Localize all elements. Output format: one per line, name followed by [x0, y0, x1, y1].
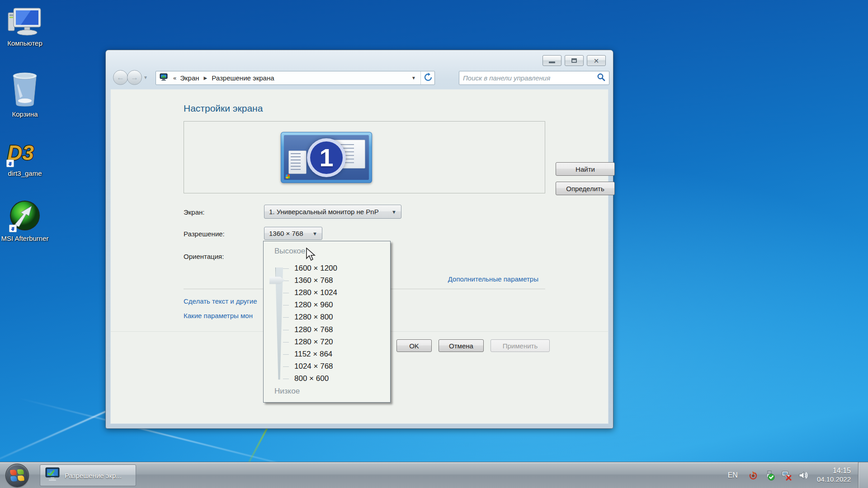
close-icon: ✕ [594, 57, 599, 64]
address-dropdown-icon[interactable]: ▼ [411, 75, 416, 80]
forward-arrow-icon: → [131, 73, 138, 82]
desktop-icon-label: dirt3_game [8, 169, 42, 178]
refresh-icon[interactable] [424, 73, 433, 84]
resolution-option[interactable]: 1280 × 720 [264, 336, 390, 348]
desktop-icon-label: Корзина [12, 110, 38, 118]
monitor-preview[interactable]: 1 [281, 132, 372, 183]
resolution-option[interactable]: 1024 × 768 [264, 361, 390, 373]
resolution-option-label: 1024 × 768 [294, 362, 333, 371]
mouse-cursor [306, 248, 317, 263]
resolution-select[interactable]: 1360 × 768 ▼ [264, 227, 322, 240]
desktop-icon-label: Компьютер [7, 39, 42, 47]
desktop-icon-computer[interactable]: Компьютер [0, 5, 50, 47]
breadcrumb-item-screen[interactable]: Экран [179, 74, 200, 82]
tick-mark [283, 379, 289, 379]
desktop-icon-msi-afterburner[interactable]: MSI Afterburner [0, 199, 50, 243]
breadcrumb: « Экран ▶ Разрешение экрана ▼ [156, 71, 435, 85]
mini-start-icon [286, 174, 290, 178]
tick-mark [283, 330, 289, 330]
tick-mark [283, 317, 289, 318]
minimize-icon [549, 61, 555, 63]
back-arrow-icon: ← [117, 73, 124, 82]
search-icon[interactable] [597, 73, 605, 83]
resolution-option[interactable]: 1280 × 960 [264, 299, 390, 311]
display-icon [160, 73, 168, 83]
tray-icons [748, 470, 809, 481]
resolution-option-label: 1152 × 864 [294, 350, 332, 359]
navigation-bar: ← → ▼ « Экран ▶ Разрешение экрана ▼ [106, 67, 613, 89]
resolution-option-label: 1280 × 1024 [294, 288, 337, 297]
chevron-down-icon: ▼ [308, 231, 317, 236]
msi-afterburner-icon [8, 199, 42, 232]
network-disconnected-icon[interactable] [781, 470, 792, 481]
window-controls: ✕ [542, 55, 606, 66]
resolution-high-label: Высокое [274, 247, 305, 256]
identify-button[interactable]: Определить [556, 182, 615, 195]
apply-button[interactable]: Применить [491, 339, 550, 352]
resolution-label: Разрешение: [184, 230, 225, 238]
taskbar-app-label: Разрешение экр... [65, 472, 122, 479]
tick-mark [283, 342, 289, 343]
tick-mark [283, 354, 289, 355]
resolution-select-value: 1360 × 768 [269, 230, 303, 237]
display-select-value: 1. Универсальный монитор не PnP [269, 208, 379, 216]
resolution-low-label: Низкое [274, 387, 300, 396]
maximize-button[interactable] [565, 55, 584, 66]
resolution-option[interactable]: 1600 × 1200 [264, 262, 390, 274]
breadcrumb-overflow-chevrons[interactable]: « [173, 75, 176, 81]
what-display-settings-link[interactable]: Какие параметры мон [184, 312, 253, 319]
cancel-button[interactable]: Отмена [439, 339, 484, 352]
recycle-bin-icon [10, 70, 40, 108]
language-indicator[interactable]: EN [728, 471, 738, 479]
back-button[interactable]: ← [113, 70, 128, 85]
nav-buttons: ← → ▼ [113, 70, 148, 85]
recent-pages-chevron-icon[interactable]: ▼ [143, 75, 148, 80]
divider [420, 71, 421, 84]
resolution-option-label: 1280 × 960 [294, 300, 333, 310]
resolution-option[interactable]: 1280 × 1024 [264, 286, 390, 299]
close-button[interactable]: ✕ [587, 55, 606, 66]
monitor-number-badge: 1 [307, 138, 346, 177]
start-button[interactable] [5, 464, 29, 487]
search-field [459, 71, 609, 85]
display-label: Экран: [184, 208, 204, 216]
orientation-label: Ориентация: [184, 253, 224, 260]
breadcrumb-item-resolution[interactable]: Разрешение экрана [211, 74, 275, 82]
show-desktop-button[interactable] [858, 462, 868, 488]
clock[interactable]: 14:15 04.10.2022 [817, 466, 851, 484]
computer-icon [7, 5, 42, 37]
ok-button[interactable]: OK [396, 339, 432, 352]
search-input[interactable] [463, 74, 597, 82]
afterburner-tray-icon[interactable] [748, 470, 759, 481]
resolution-option[interactable]: 1280 × 768 [264, 324, 390, 336]
resolution-option[interactable]: 800 × 600 [264, 373, 390, 385]
desktop-icon-dirt3-game[interactable]: D3 dirt3_game [0, 139, 50, 178]
chevron-down-icon: ▼ [387, 209, 396, 215]
advanced-settings-link[interactable]: Дополнительные параметры [448, 275, 538, 283]
volume-icon[interactable] [798, 470, 809, 481]
dirt3-game-icon: D3 [5, 139, 44, 167]
resolution-option-label: 1600 × 1200 [294, 264, 337, 273]
display-select[interactable]: 1. Универсальный монитор не PnP ▼ [264, 205, 401, 219]
taskbar-app-screen-resolution[interactable]: Разрешение экр... [40, 465, 136, 486]
taskbar: Разрешение экр... EN [0, 462, 868, 488]
make-text-larger-link[interactable]: Сделать текст и другие [184, 297, 257, 305]
find-button[interactable]: Найти [556, 162, 615, 176]
time-label: 14:15 [817, 466, 851, 475]
tick-mark [283, 293, 289, 293]
minimize-button[interactable] [542, 55, 561, 66]
usb-safely-remove-icon[interactable] [764, 470, 775, 481]
monitor-screen-graphic: 1 [284, 135, 369, 180]
tick-mark [283, 305, 289, 305]
resolution-option[interactable]: 1280 × 800 [264, 311, 390, 324]
resolution-option-label: 800 × 600 [294, 374, 329, 383]
resolution-option-label: 1280 × 720 [294, 338, 333, 347]
resolution-option-label: 1360 × 768 [294, 276, 333, 285]
monitor-preview-panel: 1 Найти Определить [184, 121, 545, 193]
forward-button[interactable]: → [127, 70, 142, 85]
desktop-icon-label: MSI Afterburner [0, 234, 50, 243]
resolution-option[interactable]: 1152 × 864 [264, 348, 390, 360]
desktop-icon-recycle-bin[interactable]: Корзина [0, 70, 50, 118]
resolution-option-label: 1280 × 800 [294, 313, 333, 322]
resolution-option-label: 1280 × 768 [294, 325, 333, 334]
